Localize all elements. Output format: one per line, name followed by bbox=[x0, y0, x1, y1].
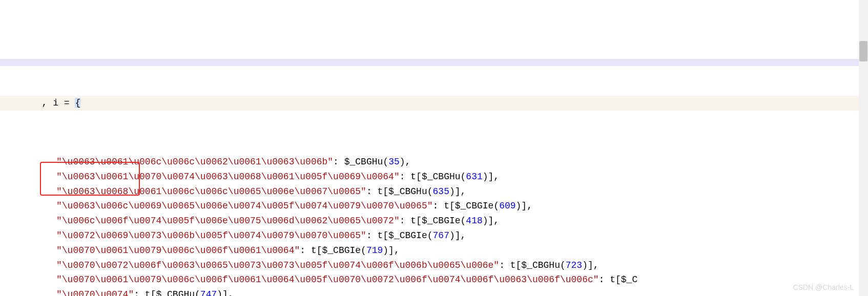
current-line-highlight[interactable]: , i = { bbox=[0, 96, 868, 111]
string-literal: "\u0070\u0061\u0079\u006c\u006f\u0061\u0… bbox=[56, 245, 300, 256]
code-line: "\u0070\u0072\u006f\u0063\u0065\u0073\u0… bbox=[10, 258, 868, 273]
string-literal: "\u0063\u0061\u0070\u0074\u0063\u0068\u0… bbox=[56, 172, 400, 182]
code-text: )], bbox=[449, 230, 466, 241]
vertical-scrollbar-track[interactable] bbox=[859, 0, 868, 296]
number-literal: 719 bbox=[366, 245, 383, 256]
number-literal: 635 bbox=[433, 186, 449, 197]
number-literal: 631 bbox=[466, 172, 482, 182]
number-literal: 767 bbox=[433, 230, 449, 241]
code-text: )], bbox=[483, 172, 499, 182]
code-text: ), bbox=[400, 157, 411, 167]
string-literal: "\u0070\u0074" bbox=[56, 289, 134, 296]
code-text: )], bbox=[383, 245, 399, 256]
string-literal: "\u0070\u0061\u0079\u006c\u006f\u0061\u0… bbox=[56, 274, 599, 285]
string-literal: "\u0072\u0069\u0073\u006b\u005f\u0074\u0… bbox=[56, 230, 366, 241]
number-literal: 609 bbox=[499, 201, 515, 211]
code-line: "\u0063\u0061\u006c\u006c\u0062\u0061\u0… bbox=[10, 155, 868, 170]
number-literal: 418 bbox=[466, 216, 482, 226]
code-text: )], bbox=[217, 289, 233, 296]
code-line: "\u006c\u006f\u0074\u005f\u006e\u0075\u0… bbox=[10, 214, 868, 228]
string-literal: "\u0063\u0061\u006c\u006c\u0062\u0061\u0… bbox=[56, 157, 333, 167]
code-line: "\u0070\u0061\u0079\u006c\u006f\u0061\u0… bbox=[10, 243, 868, 258]
number-literal: 723 bbox=[566, 260, 582, 270]
code-text: )], bbox=[449, 186, 466, 197]
code-line: "\u0063\u006c\u0069\u0065\u006e\u0074\u0… bbox=[10, 199, 868, 214]
code-text: : t[$_CBGHu( bbox=[400, 172, 466, 182]
code-line: "\u0072\u0069\u0073\u006b\u005f\u0074\u0… bbox=[10, 228, 868, 243]
code-text: : t[$_CBGHu( bbox=[134, 289, 200, 296]
code-text: : t[$_CBGIe( bbox=[300, 245, 366, 256]
watermark-text: CSDN @Charles-L bbox=[793, 282, 854, 293]
code-text: : t[$_CBGHu( bbox=[366, 186, 433, 197]
code-text: )], bbox=[582, 260, 598, 270]
code-text: )], bbox=[483, 216, 499, 226]
code-text: : t[$_CBGIe( bbox=[400, 216, 466, 226]
string-literal: "\u0063\u0068\u0061\u006c\u006c\u0065\u0… bbox=[56, 186, 366, 197]
code-text: : t[$_CBGIe( bbox=[366, 230, 433, 241]
code-line: "\u0063\u0068\u0061\u006c\u006c\u0065\u0… bbox=[10, 184, 868, 199]
string-literal: "\u006c\u006f\u0074\u005f\u006e\u0075\u0… bbox=[56, 216, 400, 226]
code-text: : t[$_CBGIe( bbox=[433, 201, 500, 211]
code-line: "\u0063\u0061\u0070\u0074\u0063\u0068\u0… bbox=[10, 170, 868, 184]
code-text: )], bbox=[516, 201, 532, 211]
string-literal: "\u0063\u006c\u0069\u0065\u006e\u0074\u0… bbox=[56, 201, 433, 211]
number-literal: 747 bbox=[200, 289, 217, 296]
string-literal: "\u0070\u0072\u006f\u0063\u0065\u0073\u0… bbox=[56, 260, 499, 270]
code-line: "\u0070\u0061\u0079\u006c\u006f\u0061\u0… bbox=[10, 272, 868, 287]
vertical-scrollbar-thumb[interactable] bbox=[859, 41, 867, 61]
editor-top-margin bbox=[0, 59, 868, 66]
code-text: : t[$_C bbox=[599, 274, 638, 285]
brace-open-highlight: { bbox=[75, 98, 80, 108]
code-text: , i = bbox=[31, 98, 75, 108]
code-text: : $_CBGHu( bbox=[333, 157, 388, 167]
code-line: "\u0070\u0074": t[$_CBGHu(747)], bbox=[10, 287, 868, 296]
code-editor-area[interactable]: "\u0063\u0061\u006c\u006c\u0062\u0061\u0… bbox=[0, 140, 868, 296]
number-literal: 35 bbox=[388, 157, 400, 167]
code-text: : t[$_CBGHu( bbox=[499, 260, 566, 270]
